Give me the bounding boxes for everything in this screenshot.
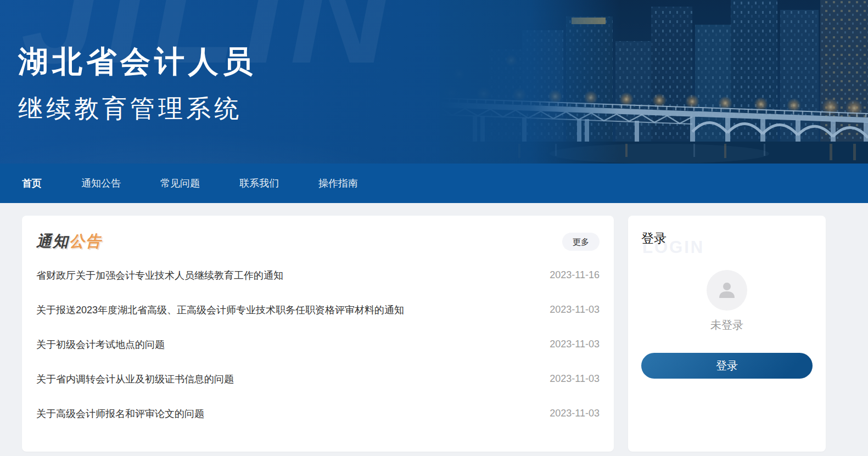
notice-panel: 通知公告 更多 省财政厅关于加强会计专业技术人员继续教育工作的通知 2023-1…	[22, 216, 614, 452]
login-button[interactable]: 登录	[641, 353, 813, 379]
notice-row[interactable]: 关于报送2023年度湖北省高级、正高级会计师专业技术职务任职资格评审材料的通知 …	[36, 292, 600, 327]
city-bridge-night-image	[440, 0, 868, 164]
notice-title-link[interactable]: 关于初级会计考试地点的问题	[36, 338, 165, 351]
nav-item-contact[interactable]: 联系我们	[239, 177, 279, 190]
notice-title-part1: 通知	[36, 233, 69, 250]
nav-item-notices[interactable]: 通知公告	[81, 177, 121, 190]
notice-row[interactable]: 省财政厅关于加强会计专业技术人员继续教育工作的通知 2023-11-16	[36, 258, 600, 292]
notice-title-link[interactable]: 关于高级会计师报名和评审论文的问题	[36, 407, 204, 420]
avatar-container	[641, 270, 813, 311]
notice-date: 2023-11-03	[550, 339, 600, 350]
login-status-text: 未登录	[641, 318, 813, 333]
avatar	[707, 270, 747, 311]
more-button[interactable]: 更多	[562, 233, 600, 251]
notice-date: 2023-11-03	[550, 304, 600, 316]
notice-date: 2023-11-03	[550, 373, 600, 385]
notice-panel-title: 通知公告	[36, 231, 102, 252]
nav-item-guide[interactable]: 操作指南	[318, 177, 358, 190]
notice-title-link[interactable]: 关于报送2023年度湖北省高级、正高级会计师专业技术职务任职资格评审材料的通知	[36, 303, 404, 317]
notice-date: 2023-11-03	[550, 408, 600, 419]
header-banner: JILIN 湖北省会计人员 继续教育管理系统	[0, 0, 868, 164]
notice-list: 省财政厅关于加强会计专业技术人员继续教育工作的通知 2023-11-16 关于报…	[36, 258, 600, 431]
main-content: 通知公告 更多 省财政厅关于加强会计专业技术人员继续教育工作的通知 2023-1…	[0, 203, 868, 452]
nav-item-home[interactable]: 首页	[22, 177, 42, 190]
site-title-line1: 湖北省会计人员	[18, 42, 256, 82]
nav-item-faq[interactable]: 常见问题	[160, 177, 200, 190]
notice-panel-header: 通知公告 更多	[36, 230, 600, 252]
notice-title-link[interactable]: 关于省内调转会计从业及初级证书信息的问题	[36, 373, 234, 386]
notice-row[interactable]: 关于初级会计考试地点的问题 2023-11-03	[36, 327, 600, 362]
notice-title-part2: 公告	[69, 233, 102, 250]
main-nav-bar: 首页 通知公告 常见问题 联系我们 操作指南	[0, 164, 868, 203]
site-title-line2: 继续教育管理系统	[18, 92, 242, 125]
login-panel: LOGIN 登录 未登录 登录	[628, 216, 826, 452]
notice-date: 2023-11-16	[550, 269, 600, 281]
notice-row[interactable]: 关于高级会计师报名和评审论文的问题 2023-11-03	[36, 396, 600, 431]
login-heading: 登录	[641, 230, 813, 247]
notice-title-link[interactable]: 省财政厅关于加强会计专业技术人员继续教育工作的通知	[36, 269, 283, 282]
user-icon	[716, 279, 738, 301]
notice-row[interactable]: 关于省内调转会计从业及初级证书信息的问题 2023-11-03	[36, 362, 600, 396]
